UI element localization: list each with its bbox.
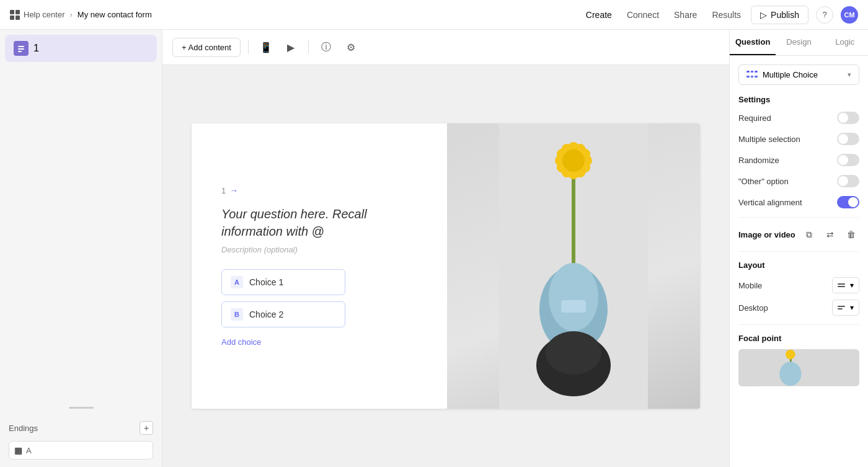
- right-panel: Question Design Logic Multiple Choice ▾ …: [729, 30, 868, 467]
- choice-letter-b: B: [231, 308, 243, 321]
- other-option-toggle[interactable]: [837, 175, 859, 187]
- nav-tab-connect[interactable]: Connect: [627, 7, 659, 22]
- setting-other-option: "Other" option: [738, 175, 859, 187]
- canvas-area: 1 → Your question here. Recall informati…: [162, 65, 729, 467]
- info-button[interactable]: ⓘ: [316, 37, 336, 57]
- focal-svg: [738, 349, 859, 386]
- nav-tab-results[interactable]: Results: [712, 7, 741, 22]
- mobile-icon: 📱: [260, 42, 272, 53]
- help-center-button[interactable]: Help center: [10, 10, 64, 20]
- choice-button-1[interactable]: A Choice 1: [221, 269, 345, 295]
- svg-rect-1: [18, 48, 24, 50]
- nav-left: Help center › My new contact form: [10, 10, 576, 20]
- settings-button[interactable]: ⚙: [341, 37, 361, 57]
- image-video-row: Image or video ⧉ ⇄ 🗑: [738, 226, 859, 242]
- ending-item[interactable]: ▦ A: [9, 441, 153, 460]
- svg-point-16: [546, 331, 601, 375]
- publish-button[interactable]: ▷ Publish: [751, 6, 808, 24]
- add-ending-button[interactable]: +: [140, 421, 153, 435]
- play-icon: ▶: [287, 42, 294, 53]
- divider-2: [738, 251, 859, 252]
- endings-section: Endings + ▦ A: [0, 414, 162, 467]
- question-text[interactable]: Your question here. Recall information w…: [221, 205, 417, 240]
- gear-icon: ⚙: [347, 42, 355, 53]
- top-nav: Help center › My new contact form Create…: [0, 0, 868, 30]
- svg-point-20: [779, 362, 801, 386]
- right-tabs: Question Design Logic: [730, 30, 868, 56]
- svg-rect-14: [561, 300, 586, 313]
- desktop-layout-dropdown[interactable]: ▾: [832, 300, 859, 316]
- multiple-selection-toggle[interactable]: [837, 133, 859, 145]
- divider-3: [738, 324, 859, 325]
- layout-mobile-row: Mobile ▾: [738, 277, 859, 293]
- toolbar-separator: [248, 40, 249, 54]
- setting-vertical-alignment: Vertical alignment: [738, 196, 859, 208]
- toggle-thumb: [838, 134, 848, 144]
- question-number: 1: [221, 186, 226, 195]
- layout-desktop-row: Desktop ▾: [738, 300, 859, 316]
- mobile-layout-dropdown[interactable]: ▾: [832, 277, 859, 293]
- required-toggle[interactable]: [837, 112, 859, 124]
- nav-right: ▷ Publish ? CM: [751, 6, 858, 24]
- duplicate-image-button[interactable]: ⧉: [801, 226, 817, 242]
- nav-tab-create[interactable]: Create: [586, 7, 612, 22]
- setting-required: Required: [738, 112, 859, 124]
- sidebar-item-num: 1: [33, 43, 39, 54]
- vertical-alignment-toggle[interactable]: [837, 196, 859, 208]
- vertical-alignment-label: Vertical alignment: [738, 198, 802, 207]
- nav-tab-share[interactable]: Share: [674, 7, 697, 22]
- toggle-thumb: [848, 197, 858, 207]
- svg-rect-2: [18, 51, 22, 52]
- focal-point-preview[interactable]: [738, 349, 859, 386]
- flower-svg: [499, 123, 648, 409]
- mobile-preview-button[interactable]: 📱: [256, 37, 276, 57]
- question-arrow: →: [229, 185, 238, 195]
- tab-question[interactable]: Question: [730, 30, 776, 55]
- toggle-thumb: [838, 155, 848, 165]
- endings-header: Endings +: [9, 421, 153, 435]
- toolbar-separator-2: [308, 40, 309, 54]
- ending-item-icon: ▦: [14, 445, 22, 455]
- copy-icon: ⧉: [806, 229, 812, 240]
- trash-icon: 🗑: [847, 229, 856, 239]
- sidebar-question-item[interactable]: 1: [5, 35, 157, 62]
- focal-inner: [738, 349, 859, 386]
- swap-image-button[interactable]: ⇄: [822, 226, 838, 242]
- publish-label: Publish: [771, 10, 799, 20]
- play-preview-button[interactable]: ▶: [281, 37, 301, 57]
- right-content: Multiple Choice ▾ Settings Required Mult…: [730, 56, 868, 395]
- divider: [738, 217, 859, 218]
- required-label: Required: [738, 113, 771, 123]
- endings-label: Endings: [9, 424, 38, 433]
- delete-image-button[interactable]: 🗑: [843, 226, 859, 242]
- other-option-label: "Other" option: [738, 177, 789, 186]
- form-right-image: [447, 123, 700, 409]
- mobile-label: Mobile: [738, 281, 762, 290]
- layout-section: Layout Mobile ▾ Desktop: [738, 260, 859, 316]
- add-content-button[interactable]: + Add content: [172, 38, 241, 57]
- question-description[interactable]: Description (optional): [221, 245, 417, 254]
- avatar[interactable]: CM: [841, 6, 858, 24]
- breadcrumb-separator: ›: [69, 10, 72, 19]
- choice-button-2[interactable]: B Choice 2: [221, 301, 345, 327]
- tab-design[interactable]: Design: [776, 30, 822, 55]
- choice-text-2: Choice 2: [249, 309, 283, 319]
- chevron-down-icon: ▾: [850, 281, 854, 290]
- form-left: 1 → Your question here. Recall informati…: [192, 123, 447, 409]
- randomize-toggle[interactable]: [837, 154, 859, 166]
- svg-rect-0: [18, 46, 24, 47]
- chevron-down-icon: ▾: [848, 71, 851, 79]
- focal-point-label: Focal point: [738, 334, 859, 343]
- add-choice-link[interactable]: Add choice: [221, 337, 417, 347]
- help-icon-button[interactable]: ?: [816, 6, 833, 24]
- question-type-label: Multiple Choice: [763, 70, 818, 79]
- svg-point-19: [786, 350, 795, 360]
- tab-logic[interactable]: Logic: [822, 30, 868, 55]
- settings-section-title: Settings: [738, 95, 859, 104]
- list-icon: [17, 44, 25, 53]
- randomize-label: Randomize: [738, 156, 779, 165]
- question-type-dropdown[interactable]: Multiple Choice ▾: [738, 64, 859, 85]
- canvas-toolbar: + Add content 📱 ▶ ⓘ ⚙: [162, 30, 729, 65]
- choice-letter-a: A: [231, 276, 243, 288]
- toggle-thumb: [838, 113, 848, 123]
